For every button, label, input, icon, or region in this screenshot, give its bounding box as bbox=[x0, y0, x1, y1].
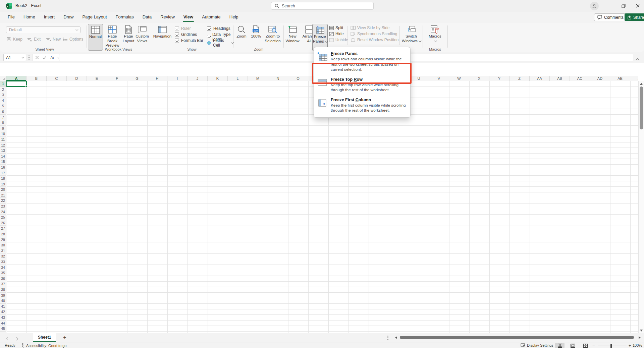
row-header-16[interactable]: 16 bbox=[0, 165, 6, 170]
column-header-ac[interactable]: AC bbox=[570, 76, 590, 81]
menu-tab-file[interactable]: File bbox=[3, 12, 19, 23]
navigation-button[interactable]: Navigation bbox=[152, 24, 173, 39]
prev-sheet-button[interactable] bbox=[7, 335, 11, 340]
column-header-af[interactable]: AF bbox=[630, 76, 638, 81]
scroll-right-icon[interactable] bbox=[639, 336, 641, 339]
column-header-w[interactable]: W bbox=[449, 76, 469, 81]
zoom-button[interactable]: Zoom bbox=[234, 24, 249, 39]
menu-tab-page-layout[interactable]: Page Layout bbox=[78, 12, 111, 23]
menu-item-freeze-first-column[interactable]: * Freeze First Column Keep the first col… bbox=[314, 95, 410, 116]
row-header-27[interactable]: 27 bbox=[0, 226, 6, 231]
search-input[interactable]: Search bbox=[271, 2, 374, 10]
column-header-ad[interactable]: AD bbox=[590, 76, 610, 81]
menu-tab-home[interactable]: Home bbox=[19, 12, 40, 23]
row-header-23[interactable]: 23 bbox=[0, 204, 6, 209]
comments-button[interactable]: Comments bbox=[594, 13, 627, 21]
horizontal-scroll-thumb[interactable] bbox=[400, 336, 634, 339]
row-header-11[interactable]: 11 bbox=[0, 137, 6, 142]
column-header-c[interactable]: C bbox=[47, 76, 67, 81]
menu-tab-insert[interactable]: Insert bbox=[40, 12, 59, 23]
horizontal-scrollbar[interactable] bbox=[393, 335, 641, 340]
row-header-26[interactable]: 26 bbox=[0, 220, 6, 226]
normal-view-button[interactable]: Normal bbox=[88, 24, 103, 51]
row-header-21[interactable]: 21 bbox=[0, 192, 6, 198]
gridlines-checkbox[interactable]: Gridlines bbox=[175, 32, 197, 37]
row-header-45[interactable]: 45 bbox=[0, 326, 6, 332]
row-header-6[interactable]: 6 bbox=[0, 109, 6, 115]
row-header-37[interactable]: 37 bbox=[0, 281, 6, 287]
formula-bar-checkbox[interactable]: Formula Bar bbox=[175, 38, 203, 43]
enter-check-icon[interactable] bbox=[42, 56, 47, 59]
column-header-l[interactable]: L bbox=[228, 76, 248, 81]
ruler-checkbox[interactable]: Ruler bbox=[175, 26, 191, 31]
zoom-to-selection-button[interactable]: Zoom to Selection bbox=[263, 24, 282, 43]
scroll-down-icon[interactable] bbox=[640, 330, 643, 332]
zoom-in-button[interactable]: + bbox=[629, 343, 631, 348]
vertical-scrollbar[interactable] bbox=[638, 81, 644, 333]
row-header-44[interactable]: 44 bbox=[0, 321, 6, 326]
reset-window-position-button[interactable]: Reset Window Position bbox=[351, 38, 398, 42]
row-header-22[interactable]: 22 bbox=[0, 198, 6, 204]
column-header-o[interactable]: O bbox=[288, 76, 308, 81]
menu-tab-help[interactable]: Help bbox=[225, 12, 243, 23]
column-header-e[interactable]: E bbox=[87, 76, 107, 81]
row-header-13[interactable]: 13 bbox=[0, 148, 6, 154]
exit-sheet-view-button[interactable]: Exit bbox=[27, 37, 41, 42]
scroll-left-icon[interactable] bbox=[395, 336, 397, 339]
page-break-preview-toggle[interactable] bbox=[581, 343, 590, 348]
row-header-33[interactable]: 33 bbox=[0, 259, 6, 265]
row-header-25[interactable]: 25 bbox=[0, 215, 6, 220]
row-header-30[interactable]: 30 bbox=[0, 242, 6, 248]
row-header-31[interactable]: 31 bbox=[0, 248, 6, 254]
row-header-29[interactable]: 29 bbox=[0, 237, 6, 243]
minimize-button[interactable] bbox=[602, 0, 616, 12]
column-header-f[interactable]: F bbox=[107, 76, 127, 81]
next-sheet-button[interactable] bbox=[15, 335, 20, 340]
column-header-i[interactable]: I bbox=[167, 76, 187, 81]
row-header-5[interactable]: 5 bbox=[0, 103, 6, 109]
row-header-4[interactable]: 4 bbox=[0, 98, 6, 104]
column-header-z[interactable]: Z bbox=[509, 76, 530, 81]
name-box[interactable]: A1 bbox=[3, 54, 26, 61]
menu-tab-data[interactable]: Data bbox=[138, 12, 156, 23]
split-button[interactable]: Split bbox=[329, 25, 343, 30]
menu-tab-formulas[interactable]: Formulas bbox=[111, 12, 138, 23]
row-header-40[interactable]: 40 bbox=[0, 298, 6, 304]
scroll-up-icon[interactable] bbox=[640, 83, 643, 85]
cells-area[interactable] bbox=[7, 81, 638, 333]
sheet-view-dropdown[interactable]: Default bbox=[6, 26, 80, 33]
column-header-k[interactable]: K bbox=[208, 76, 228, 81]
column-header-n[interactable]: N bbox=[268, 76, 288, 81]
column-header-ae[interactable]: AE bbox=[610, 76, 630, 81]
row-header-34[interactable]: 34 bbox=[0, 265, 6, 271]
custom-views-button[interactable]: Custom Views bbox=[135, 24, 150, 43]
menu-tab-draw[interactable]: Draw bbox=[59, 12, 78, 23]
row-header-36[interactable]: 36 bbox=[0, 276, 6, 282]
collapse-formula-bar-button[interactable] bbox=[637, 56, 639, 62]
row-header-2[interactable]: 2 bbox=[0, 87, 6, 93]
column-header-h[interactable]: H bbox=[147, 76, 167, 81]
row-header-8[interactable]: 8 bbox=[0, 120, 6, 126]
row-header-1[interactable]: 1 bbox=[0, 81, 6, 87]
view-side-by-side-button[interactable]: View Side by Side bbox=[351, 25, 390, 30]
focus-cell-button[interactable]: Focus Cell bbox=[207, 38, 233, 48]
column-header-j[interactable]: J bbox=[187, 76, 208, 81]
row-header-18[interactable]: 18 bbox=[0, 176, 6, 181]
new-window-button[interactable]: New Window bbox=[285, 24, 300, 43]
column-header-u[interactable]: U bbox=[409, 76, 429, 81]
keep-sheet-view-button[interactable]: Keep bbox=[7, 37, 22, 42]
row-header-39[interactable]: 39 bbox=[0, 293, 6, 298]
accessibility-status[interactable]: Accessibility: Good to go bbox=[21, 343, 66, 348]
column-header-y[interactable]: Y bbox=[489, 76, 509, 81]
column-header-a[interactable]: A bbox=[6, 76, 26, 81]
row-header-24[interactable]: 24 bbox=[0, 209, 6, 215]
column-header-d[interactable]: D bbox=[67, 76, 87, 81]
sheet-view-options-button[interactable]: Options bbox=[63, 37, 83, 42]
add-sheet-button[interactable]: + bbox=[61, 334, 68, 341]
fill-handle[interactable] bbox=[25, 85, 27, 87]
row-header-42[interactable]: 42 bbox=[0, 309, 6, 315]
headings-checkbox[interactable]: Headings bbox=[207, 26, 230, 31]
row-header-3[interactable]: 3 bbox=[0, 92, 6, 98]
tab-scrollbar-grip-icon[interactable] bbox=[387, 336, 388, 337]
page-break-preview-button[interactable]: Page Break Preview bbox=[104, 24, 121, 48]
